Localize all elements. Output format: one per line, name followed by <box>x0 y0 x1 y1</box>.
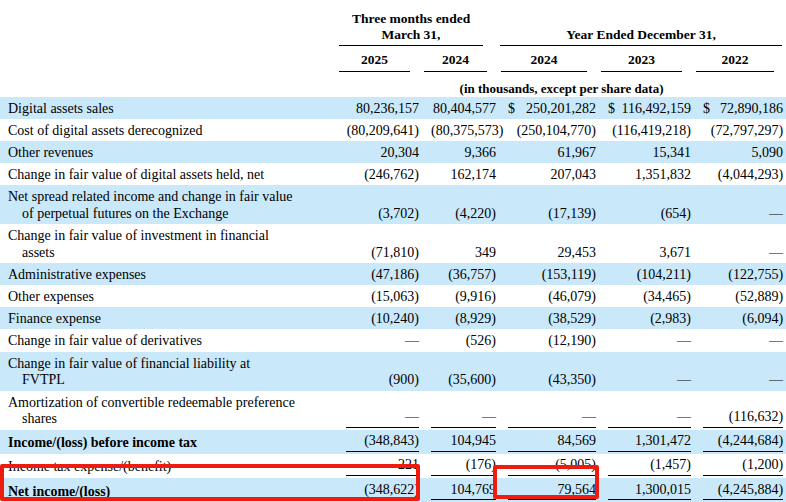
value-cell: $72,890,186 <box>694 97 786 119</box>
value-cell: (4,220) <box>422 185 499 224</box>
row-label: Net spread related income and change in … <box>0 185 337 224</box>
value-cell: (10,240) <box>337 307 422 329</box>
table-row: Digital assets sales80,236,15780,404,577… <box>0 97 786 119</box>
value-cell: $116,492,159 <box>599 97 694 119</box>
header-note-row: (in thousands, except per share data) <box>0 72 786 97</box>
header-group-three-months: Three months ended March 31, <box>337 0 499 46</box>
value-cell: — <box>694 224 786 263</box>
units-note: (in thousands, except per share data) <box>337 72 786 97</box>
table-row: Net income/(loss)(348,622)104,76979,5641… <box>0 478 786 502</box>
header-group-three-months-label: Three months ended March 31, <box>339 11 483 46</box>
value-cell: (72,797,297) <box>694 119 786 141</box>
dollar-sign: $ <box>608 101 615 118</box>
value-cell: (526) <box>422 329 499 351</box>
value-cell: (47,186) <box>337 263 422 285</box>
value-cell: — <box>422 391 499 430</box>
header-corner-cell <box>0 72 337 97</box>
table-row: Net spread related income and change in … <box>0 185 786 224</box>
value-cell: (116,632) <box>694 391 786 430</box>
table-row: Cost of digital assets derecognized(80,2… <box>0 119 786 141</box>
value-cell: (654) <box>599 185 694 224</box>
value-cell: 5,090 <box>694 141 786 163</box>
row-label: Administrative expenses <box>0 263 337 285</box>
table-row: Administrative expenses(47,186)(36,757)(… <box>0 263 786 285</box>
value-cell: (52,889) <box>694 285 786 307</box>
value-cell: (17,139) <box>499 185 599 224</box>
row-label: Amortization of convertible redeemable p… <box>0 391 337 430</box>
value-cell: 104,769 <box>422 478 499 502</box>
value-cell: — <box>599 329 694 351</box>
value-cell: (71,810) <box>337 224 422 263</box>
row-label: Digital assets sales <box>0 97 337 119</box>
row-label: Other expenses <box>0 285 337 307</box>
value-cell: 1,301,472 <box>599 430 694 454</box>
year-label: 2024 <box>501 48 587 73</box>
year-label: 2022 <box>696 48 774 73</box>
value-cell: (1,457) <box>599 454 694 478</box>
value-cell: (900) <box>337 352 422 391</box>
value-cell: (9,916) <box>422 285 499 307</box>
header-group-row: Three months ended March 31, Year Ended … <box>0 0 786 46</box>
value-cell: 20,304 <box>337 141 422 163</box>
value-cell: (153,119) <box>499 263 599 285</box>
value-cell: (38,529) <box>499 307 599 329</box>
table-row: Finance expense(10,240)(8,929)(38,529)(2… <box>0 307 786 329</box>
row-label: Other revenues <box>0 141 337 163</box>
table-row: Change in fair value of derivatives—(526… <box>0 329 786 351</box>
year-label: 2025 <box>339 48 410 73</box>
header-group-year-ended-label: Year Ended December 31, <box>500 27 782 47</box>
value-cell: 9,366 <box>422 141 499 163</box>
value-cell: (12,190) <box>499 329 599 351</box>
column-year-2022-fy: 2022 <box>694 46 786 72</box>
value-cell: (250,104,770) <box>499 119 599 141</box>
value-cell: — <box>694 185 786 224</box>
row-label: Cost of digital assets derecognized <box>0 119 337 141</box>
year-label: 2024 <box>424 48 487 73</box>
value-cell: (104,211) <box>599 263 694 285</box>
table-row: Other revenues20,3049,36661,96715,3415,0… <box>0 141 786 163</box>
value-cell: — <box>694 329 786 351</box>
value-cell: 29,453 <box>499 224 599 263</box>
year-label: 2023 <box>601 48 682 73</box>
table-row: Other expenses(15,063)(9,916)(46,079)(34… <box>0 285 786 307</box>
value-cell: 207,043 <box>499 163 599 185</box>
value-cell: (34,465) <box>599 285 694 307</box>
value-cell: 15,341 <box>599 141 694 163</box>
dollar-sign: $ <box>508 101 515 118</box>
value-cell: — <box>694 352 786 391</box>
value-cell: (8,929) <box>422 307 499 329</box>
value-cell: (3,702) <box>337 185 422 224</box>
table-row: Income/(loss) before income tax(348,843)… <box>0 430 786 454</box>
column-year-2023-fy: 2023 <box>599 46 694 72</box>
value-cell: (15,063) <box>337 285 422 307</box>
dollar-sign: $ <box>703 101 710 118</box>
value-cell: 80,236,157 <box>337 97 422 119</box>
value-cell: (246,762) <box>337 163 422 185</box>
value-cell: (80,375,573) <box>422 119 499 141</box>
table-row: Change in fair value of financial liabil… <box>0 352 786 391</box>
units-note-label: (in thousands, except per share data) <box>337 76 786 98</box>
value-cell: 80,404,577 <box>422 97 499 119</box>
value-cell: (36,757) <box>422 263 499 285</box>
value-cell: — <box>337 391 422 430</box>
value-cell: (4,245,884) <box>694 478 786 502</box>
value-cell: (43,350) <box>499 352 599 391</box>
row-label: Change in fair value of financial liabil… <box>0 352 337 391</box>
value-cell: 1,300,015 <box>599 478 694 502</box>
value-cell: 349 <box>422 224 499 263</box>
value-cell: 104,945 <box>422 430 499 454</box>
row-label: Income/(loss) before income tax <box>0 430 337 454</box>
income-statement-table: Three months ended March 31, Year Ended … <box>0 0 786 502</box>
column-year-2024-q1: 2024 <box>422 46 499 72</box>
value-cell: 221 <box>337 454 422 478</box>
value-cell: (1,200) <box>694 454 786 478</box>
value-cell: — <box>499 391 599 430</box>
row-label: Change in fair value of derivatives <box>0 329 337 351</box>
table-row: Amortization of convertible redeemable p… <box>0 391 786 430</box>
row-label: Net income/(loss) <box>0 478 337 502</box>
value-cell: (176) <box>422 454 499 478</box>
value-cell: 162,174 <box>422 163 499 185</box>
value-cell: $250,201,282 <box>499 97 599 119</box>
table-row: Change in fair value of digital assets h… <box>0 163 786 185</box>
value-cell: (80,209,641) <box>337 119 422 141</box>
